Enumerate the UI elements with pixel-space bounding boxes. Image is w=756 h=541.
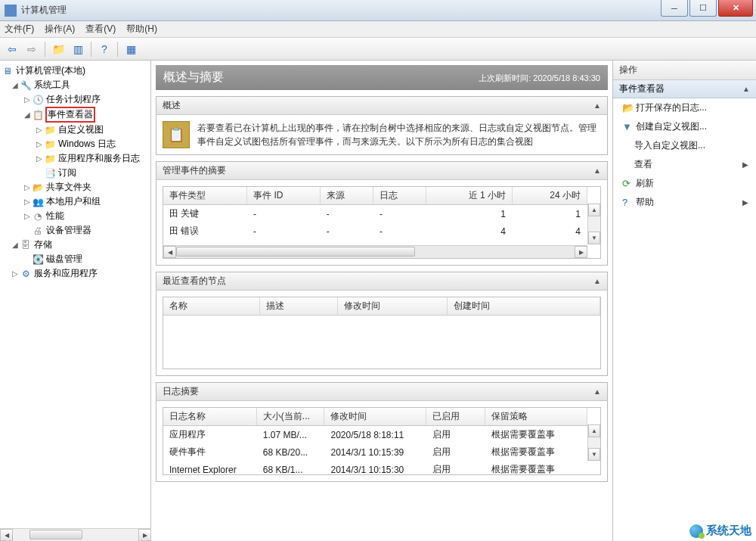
col-source[interactable]: 来源 xyxy=(320,187,373,205)
minimize-button[interactable]: ─ xyxy=(661,0,688,17)
tree-services-apps[interactable]: ▷ ⚙ 服务和应用程序 xyxy=(2,266,149,281)
table-row[interactable]: Internet Explorer68 KB/1...2014/3/1 10:1… xyxy=(163,461,587,475)
tree-shared-folders[interactable]: ▷ 📂 共享文件夹 xyxy=(2,180,149,194)
tree-app-service-logs[interactable]: ▷ 📁 应用程序和服务日志 xyxy=(2,151,149,166)
back-button[interactable]: ⇦ xyxy=(3,40,21,58)
tree-custom-views[interactable]: ▷ 📁 自定义视图 xyxy=(2,123,149,137)
col-modified[interactable]: 修改时间 xyxy=(324,408,426,426)
chevron-up-icon[interactable]: ▲ xyxy=(593,277,601,285)
expander-icon[interactable]: ▷ xyxy=(23,212,32,220)
expander-icon[interactable]: ▷ xyxy=(35,154,44,163)
actions-section-header[interactable]: 事件查看器 ▲ xyxy=(613,80,756,98)
section-header[interactable]: 概述 ▲ xyxy=(156,97,607,115)
expander-icon[interactable]: ▷ xyxy=(23,197,32,206)
section-title: 概述 xyxy=(163,99,181,112)
col-name[interactable]: 名称 xyxy=(163,297,259,316)
menu-action[interactable]: 操作(A) xyxy=(45,23,75,36)
col-1h[interactable]: 近 1 小时 xyxy=(426,187,513,205)
vertical-scrollbar[interactable]: ▲ ▼ xyxy=(587,424,600,461)
action-refresh[interactable]: ⟳ 刷新 xyxy=(613,174,756,193)
tree-event-viewer[interactable]: ◢ 📋 事件查看器 xyxy=(2,107,149,123)
expander-icon[interactable]: ◢ xyxy=(11,81,20,89)
horizontal-scrollbar[interactable]: ◀ ▶ xyxy=(163,245,587,258)
col-created[interactable]: 创建时间 xyxy=(447,297,600,316)
storage-icon: 🗄 xyxy=(20,239,32,251)
properties-button[interactable]: ▦ xyxy=(122,40,140,58)
close-button[interactable]: ✕ xyxy=(718,0,753,17)
scroll-down-icon[interactable]: ▼ xyxy=(588,232,600,244)
scroll-down-icon[interactable]: ▼ xyxy=(588,448,600,461)
scroll-up-icon[interactable]: ▲ xyxy=(588,424,600,437)
menu-view[interactable]: 查看(V) xyxy=(85,23,116,36)
col-log[interactable]: 日志 xyxy=(373,187,426,205)
action-import-custom-view[interactable]: 导入自定义视图... xyxy=(613,136,756,155)
section-header[interactable]: 管理事件的摘要 ▲ xyxy=(156,162,607,180)
tree-scrollbar[interactable]: ◀ ▶ xyxy=(0,528,151,541)
up-level-button[interactable]: 📁 xyxy=(49,40,67,58)
expander-icon[interactable]: ◢ xyxy=(23,110,32,119)
scroll-left-icon[interactable]: ◀ xyxy=(163,246,176,258)
action-open-saved-log[interactable]: 📂 打开保存的日志... xyxy=(613,98,756,117)
scroll-up-icon[interactable]: ▲ xyxy=(588,204,600,216)
scroll-left-icon[interactable]: ◀ xyxy=(0,529,13,541)
window-control-buttons: ─ ☐ ✕ xyxy=(661,0,756,20)
help-button[interactable]: ? xyxy=(95,40,113,58)
expander-icon[interactable]: ◢ xyxy=(11,241,20,249)
expander-icon[interactable]: ▷ xyxy=(11,269,20,278)
expander-icon[interactable]: ▷ xyxy=(35,140,44,148)
chevron-up-icon[interactable]: ▲ xyxy=(593,387,601,396)
scroll-right-icon[interactable]: ▶ xyxy=(575,246,587,258)
overview-text: 若要查看已在计算机上出现的事件，请在控制台树中选择相应的来源、日志或自定义视图节… xyxy=(197,121,601,148)
tree-performance[interactable]: ▷ ◔ 性能 xyxy=(2,209,149,223)
table-row[interactable]: 田 错误---44 xyxy=(163,222,587,240)
navigation-tree: 🖥 计算机管理(本地) ◢ 🔧 系统工具 ▷ 🕓 任务计划程序 ◢ 📋 事件查看… xyxy=(0,61,151,541)
col-event-id[interactable]: 事件 ID xyxy=(247,187,321,205)
expander-icon[interactable]: ▷ xyxy=(23,183,32,191)
tree-local-users-groups[interactable]: ▷ 👥 本地用户和组 xyxy=(2,194,149,209)
scroll-track[interactable] xyxy=(13,529,138,541)
col-24h[interactable]: 24 小时 xyxy=(513,187,587,205)
col-desc[interactable]: 描述 xyxy=(259,297,338,316)
tree-system-tools[interactable]: ◢ 🔧 系统工具 xyxy=(2,78,149,92)
menu-file[interactable]: 文件(F) xyxy=(5,23,34,36)
col-modified[interactable]: 修改时间 xyxy=(338,297,447,316)
tree-disk-management[interactable]: 💽 磁盘管理 xyxy=(2,252,149,266)
col-log-name[interactable]: 日志名称 xyxy=(163,408,256,426)
col-policy[interactable]: 保留策略 xyxy=(485,408,587,426)
expand-icon[interactable]: 田 xyxy=(169,225,178,236)
expander-icon[interactable]: ▷ xyxy=(23,95,32,104)
col-size[interactable]: 大小(当前... xyxy=(256,408,324,426)
tree-label: 磁盘管理 xyxy=(46,253,82,266)
chevron-up-icon[interactable]: ▲ xyxy=(593,166,601,175)
col-event-type[interactable]: 事件类型 xyxy=(163,187,247,205)
scroll-thumb[interactable] xyxy=(29,530,82,539)
table-row[interactable]: 应用程序1.07 MB/...2020/5/18 8:18:11启用根据需要覆盖… xyxy=(163,426,587,444)
table-row[interactable]: 田 关键---11 xyxy=(163,205,587,223)
col-enabled[interactable]: 已启用 xyxy=(426,408,485,426)
tree-task-scheduler[interactable]: ▷ 🕓 任务计划程序 xyxy=(2,92,149,107)
chevron-up-icon[interactable]: ▲ xyxy=(593,101,601,110)
section-header[interactable]: 最近查看的节点 ▲ xyxy=(156,272,607,291)
scroll-right-icon[interactable]: ▶ xyxy=(138,529,151,541)
tree-windows-logs[interactable]: ▷ 📁 Windows 日志 xyxy=(2,137,149,151)
maximize-button[interactable]: ☐ xyxy=(689,0,717,17)
table-row[interactable]: 硬件事件68 KB/20...2014/3/1 10:15:39启用根据需要覆盖… xyxy=(163,443,587,461)
refresh-icon: ⟳ xyxy=(622,178,636,189)
show-hide-tree-button[interactable]: ▥ xyxy=(69,40,87,58)
menu-help[interactable]: 帮助(H) xyxy=(126,23,157,36)
scroll-thumb[interactable] xyxy=(176,247,415,257)
tree-subscriptions[interactable]: 📑 订阅 xyxy=(2,166,149,180)
tree-storage[interactable]: ◢ 🗄 存储 xyxy=(2,238,149,252)
action-view[interactable]: 查看 ▶ xyxy=(613,155,756,174)
action-help[interactable]: ? 帮助 ▶ xyxy=(613,193,756,212)
expander-icon[interactable]: ▷ xyxy=(35,126,44,134)
forward-button[interactable]: ⇨ xyxy=(23,40,41,58)
section-header[interactable]: 日志摘要 ▲ xyxy=(156,383,607,401)
globe-icon xyxy=(689,524,703,538)
tree-device-manager[interactable]: 🖨 设备管理器 xyxy=(2,223,149,238)
tree-root-node[interactable]: 🖥 计算机管理(本地) xyxy=(2,64,149,78)
chevron-up-icon[interactable]: ▲ xyxy=(742,85,750,93)
vertical-scrollbar[interactable]: ▲ ▼ xyxy=(587,204,600,244)
expand-icon[interactable]: 田 xyxy=(169,208,178,219)
action-create-custom-view[interactable]: ▼ 创建自定义视图... xyxy=(613,117,756,136)
